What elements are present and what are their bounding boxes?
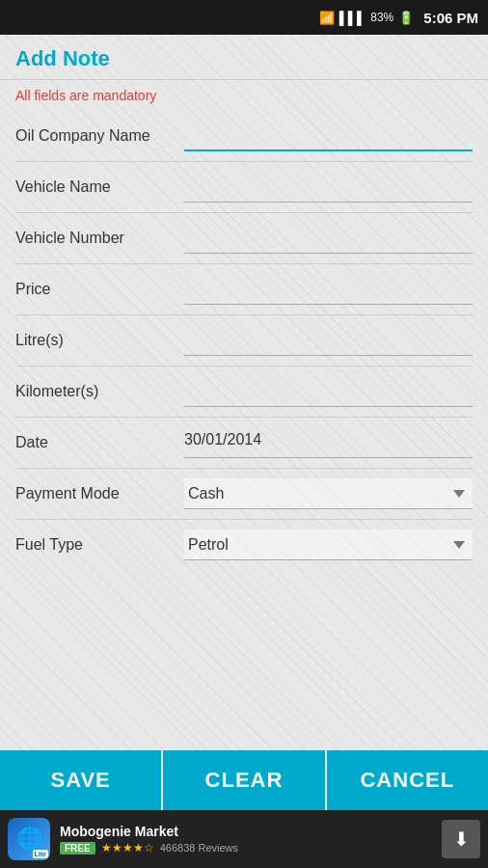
label-date: Date — [15, 434, 184, 451]
label-kilometers: Kilometer(s) — [15, 383, 184, 400]
cancel-button[interactable]: CANCEL — [327, 750, 488, 810]
form-row-vehicle-name: Vehicle Name — [0, 162, 488, 212]
ad-banner: 🌐 Lite Mobogenie Market FREE ★★★★☆ 46683… — [0, 810, 488, 868]
form-row-oil-company: Oil Company Name — [0, 111, 488, 161]
input-date[interactable] — [184, 427, 473, 452]
ad-stars: ★★★★☆ — [101, 841, 154, 854]
mandatory-notice: All fields are mandatory — [0, 80, 488, 107]
label-payment-mode: Payment Mode — [15, 485, 184, 502]
select-payment-mode[interactable]: Cash — [184, 478, 473, 509]
page-title: Add Note — [15, 46, 110, 70]
ad-sub: FREE ★★★★☆ 466838 Reviews — [60, 841, 432, 854]
buttons-container: SAVE CLEAR CANCEL — [0, 750, 488, 810]
input-litres[interactable] — [184, 325, 473, 350]
input-wrapper-litres[interactable] — [184, 325, 473, 356]
ad-info: Mobogenie Market FREE ★★★★☆ 466838 Revie… — [60, 824, 432, 854]
ad-lite-badge: Lite — [33, 850, 48, 858]
label-fuel-type: Fuel Type — [15, 536, 184, 554]
header: Add Note — [0, 35, 488, 80]
fuel-type-dropdown-arrow — [453, 541, 465, 549]
input-vehicle-name[interactable] — [184, 172, 473, 197]
signal-icon: ▌▌▌ — [339, 11, 366, 25]
input-wrapper-vehicle-name[interactable] — [184, 172, 473, 203]
label-oil-company: Oil Company Name — [15, 127, 184, 145]
form-container: Oil Company Name Vehicle Name Vehicle Nu… — [0, 107, 488, 574]
input-oil-company[interactable] — [184, 121, 473, 146]
main-content: Add Note All fields are mandatory Oil Co… — [0, 35, 488, 750]
ad-reviews: 466838 Reviews — [160, 842, 238, 854]
label-vehicle-name: Vehicle Name — [15, 178, 184, 196]
status-icons: 📶 ▌▌▌ 83% 🔋 — [319, 11, 415, 25]
form-row-price: Price — [0, 264, 488, 314]
input-kilometers[interactable] — [184, 376, 473, 401]
form-row-kilometers: Kilometer(s) — [0, 366, 488, 417]
form-row-fuel-type: Fuel Type Petrol — [0, 520, 488, 570]
label-vehicle-number: Vehicle Number — [15, 230, 184, 247]
form-row-date: Date — [0, 418, 488, 468]
input-wrapper-vehicle-number[interactable] — [184, 223, 473, 254]
wifi-icon: 📶 — [319, 11, 335, 25]
form-row-payment-mode: Payment Mode Cash — [0, 469, 488, 519]
form-row-litres: Litre(s) — [0, 315, 488, 366]
ad-title: Mobogenie Market — [60, 824, 432, 839]
ad-free-badge: FREE — [60, 842, 95, 854]
input-wrapper-price[interactable] — [184, 274, 473, 305]
input-wrapper-kilometers[interactable] — [184, 376, 473, 407]
download-icon: ⬇ — [453, 827, 470, 851]
status-time: 5:06 PM — [423, 10, 478, 26]
clear-button[interactable]: CLEAR — [163, 750, 324, 810]
input-vehicle-number[interactable] — [184, 223, 473, 248]
input-wrapper-oil-company[interactable] — [184, 121, 473, 151]
payment-mode-dropdown-arrow — [453, 490, 465, 498]
label-litres: Litre(s) — [15, 332, 184, 349]
label-price: Price — [15, 281, 184, 298]
select-fuel-type[interactable]: Petrol — [184, 529, 473, 560]
battery-icon: 🔋 — [398, 11, 414, 25]
payment-mode-value: Cash — [188, 485, 224, 502]
ad-icon: 🌐 Lite — [8, 818, 50, 860]
ad-download-button[interactable]: ⬇ — [442, 820, 480, 858]
input-price[interactable] — [184, 274, 473, 299]
input-wrapper-date[interactable] — [184, 427, 473, 458]
status-bar: 📶 ▌▌▌ 83% 🔋 5:06 PM — [0, 0, 488, 35]
form-row-vehicle-number: Vehicle Number — [0, 213, 488, 263]
battery-text: 83% — [370, 11, 393, 24]
fuel-type-value: Petrol — [188, 536, 229, 554]
save-button[interactable]: SAVE — [0, 750, 161, 810]
